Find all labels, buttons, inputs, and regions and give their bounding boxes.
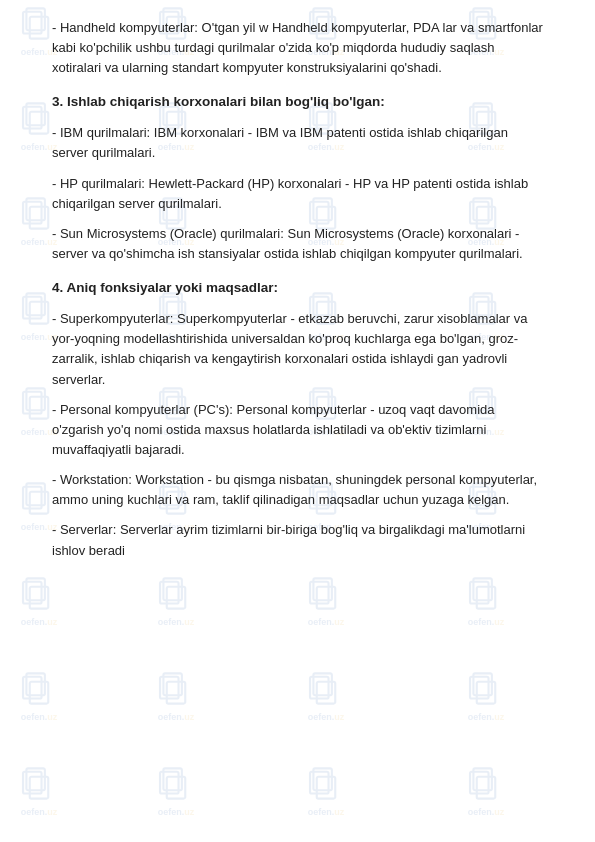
serverlar-paragraph: - Serverlar: Serverlar ayrim tizimlarni …: [52, 520, 543, 560]
watermark-logo: oefen.uz: [18, 765, 60, 817]
svg-rect-95: [477, 682, 495, 704]
svg-rect-49: [26, 388, 44, 410]
svg-rect-78: [310, 582, 328, 604]
svg-rect-99: [160, 772, 178, 794]
svg-rect-37: [26, 293, 44, 315]
svg-rect-83: [477, 587, 495, 609]
superkompyuter-paragraph: - Superkompyuterlar: Superkompyuterlar -…: [52, 309, 543, 390]
svg-rect-26: [30, 207, 48, 229]
section3-heading: 3. Ishlab chiqarish korxonalari bilan bo…: [52, 92, 543, 113]
svg-rect-73: [26, 578, 44, 600]
hp-paragraph: - HP qurilmalari: Hewlett-Packard (HP) k…: [52, 174, 543, 214]
svg-rect-80: [317, 587, 335, 609]
svg-rect-75: [160, 582, 178, 604]
svg-rect-93: [470, 677, 488, 699]
svg-rect-36: [23, 297, 41, 319]
svg-rect-89: [167, 682, 185, 704]
watermark-logo: oefen.uz: [305, 765, 347, 817]
svg-rect-86: [30, 682, 48, 704]
svg-rect-97: [26, 768, 44, 790]
svg-rect-88: [163, 673, 181, 695]
svg-rect-98: [30, 777, 48, 799]
svg-rect-84: [23, 677, 41, 699]
svg-rect-105: [470, 772, 488, 794]
svg-rect-90: [310, 677, 328, 699]
watermark-logo: oefen.uz: [155, 765, 197, 817]
personal-paragraph: - Personal kompyuterlar (PC's): Personal…: [52, 400, 543, 460]
svg-rect-76: [163, 578, 181, 600]
svg-rect-92: [317, 682, 335, 704]
svg-rect-24: [23, 202, 41, 224]
section4-heading: 4. Aniq fonksiyalar yoki maqsadlar:: [52, 278, 543, 299]
watermark-logo: oefen.uz: [155, 575, 197, 627]
svg-rect-79: [313, 578, 331, 600]
sun-paragraph: - Sun Microsystems (Oracle) qurilmalari:…: [52, 224, 543, 264]
watermark-logo: oefen.uz: [305, 670, 347, 722]
svg-rect-50: [30, 397, 48, 419]
svg-rect-104: [317, 777, 335, 799]
svg-rect-48: [23, 392, 41, 414]
svg-rect-103: [313, 768, 331, 790]
watermark-logo: oefen.uz: [465, 575, 507, 627]
svg-rect-2: [30, 17, 48, 39]
svg-rect-107: [477, 777, 495, 799]
watermark-logo: oefen.uz: [155, 670, 197, 722]
svg-rect-77: [167, 587, 185, 609]
svg-rect-72: [23, 582, 41, 604]
svg-rect-101: [167, 777, 185, 799]
svg-rect-1: [26, 8, 44, 30]
svg-rect-38: [30, 302, 48, 324]
svg-rect-13: [26, 103, 44, 125]
svg-rect-14: [30, 112, 48, 134]
intro-paragraph: - Handheld kompyuterlar: O'tgan yil w Ha…: [52, 18, 543, 78]
svg-rect-61: [26, 483, 44, 505]
svg-rect-87: [160, 677, 178, 699]
svg-rect-0: [23, 12, 41, 34]
watermark-logo: oefen.uz: [18, 670, 60, 722]
svg-rect-100: [163, 768, 181, 790]
svg-rect-106: [473, 768, 491, 790]
svg-rect-82: [473, 578, 491, 600]
workstation-paragraph: - Workstation: Workstation - bu qismga n…: [52, 470, 543, 510]
svg-rect-74: [30, 587, 48, 609]
svg-rect-60: [23, 487, 41, 509]
svg-rect-91: [313, 673, 331, 695]
svg-rect-62: [30, 492, 48, 514]
svg-rect-85: [26, 673, 44, 695]
svg-rect-12: [23, 107, 41, 129]
svg-rect-25: [26, 198, 44, 220]
svg-rect-81: [470, 582, 488, 604]
ibm-paragraph: - IBM qurilmalari: IBM korxonalari - IBM…: [52, 123, 543, 163]
watermark-logo: oefen.uz: [305, 575, 347, 627]
watermark-logo: oefen.uz: [18, 575, 60, 627]
watermark-logo: oefen.uz: [465, 670, 507, 722]
svg-rect-96: [23, 772, 41, 794]
svg-rect-94: [473, 673, 491, 695]
watermark-logo: oefen.uz: [465, 765, 507, 817]
svg-rect-102: [310, 772, 328, 794]
